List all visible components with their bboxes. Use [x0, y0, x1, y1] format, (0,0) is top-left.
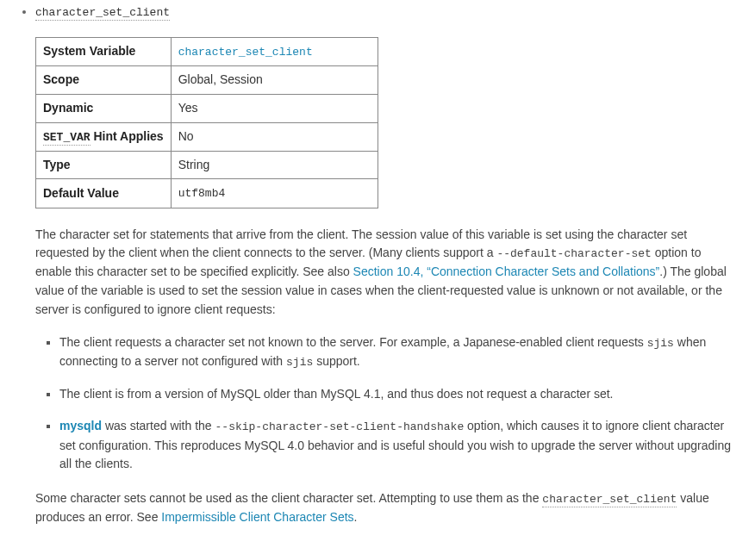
option-code: --skip-character-set-client-handshake	[215, 420, 465, 433]
sysvar-code: character_set_client	[542, 493, 677, 507]
table-row: Scope Global, Session	[36, 66, 378, 95]
table-row: System Variable character_set_client	[36, 38, 378, 66]
restriction-paragraph: Some character sets cannot be used as th…	[35, 489, 733, 527]
prop-label: Scope	[36, 66, 172, 95]
list-item: mysqld was started with the --skip-chara…	[59, 417, 733, 474]
option-code: --default-character-set	[496, 247, 651, 260]
description-paragraph: The character set for statements that ar…	[35, 226, 733, 320]
table-row: SET_VAR Hint Applies No	[36, 122, 378, 151]
sysvar-link[interactable]: character_set_client	[178, 46, 313, 59]
prop-label: SET_VAR Hint Applies	[36, 122, 172, 151]
table-row: Default Value utf8mb4	[36, 179, 378, 208]
prop-label: Default Value	[36, 179, 172, 208]
variable-item: character_set_client System Variable cha…	[35, 3, 733, 527]
charset-code: sjis	[647, 337, 674, 350]
prop-value: Yes	[171, 94, 378, 122]
section-link[interactable]: Section 10.4, “Connection Character Sets…	[353, 264, 660, 278]
prop-value: character_set_client	[171, 38, 378, 66]
variable-list: character_set_client System Variable cha…	[22, 3, 733, 527]
setvar-code: SET_VAR	[43, 131, 90, 146]
variable-name-code: character_set_client	[35, 6, 170, 21]
table-row: Type String	[36, 151, 378, 179]
charset-code: sjis	[286, 356, 313, 369]
prop-value: No	[171, 122, 378, 151]
prop-label: System Variable	[36, 38, 172, 66]
variable-heading: character_set_client	[35, 3, 733, 22]
cases-list: The client requests a character set not …	[35, 333, 733, 474]
property-table: System Variable character_set_client Sco…	[35, 37, 378, 208]
prop-label: Dynamic	[36, 94, 172, 122]
prop-value: Global, Session	[171, 66, 378, 95]
prop-label: Type	[36, 151, 172, 179]
list-item: The client requests a character set not …	[59, 333, 733, 371]
table-row: Dynamic Yes	[36, 94, 378, 122]
mysqld-link[interactable]: mysqld	[59, 419, 102, 432]
list-item: The client is from a version of MySQL ol…	[59, 385, 733, 404]
impermissible-link[interactable]: Impermissible Client Character Sets	[161, 510, 353, 524]
prop-value: utf8mb4	[171, 179, 378, 208]
prop-value: String	[171, 151, 378, 179]
